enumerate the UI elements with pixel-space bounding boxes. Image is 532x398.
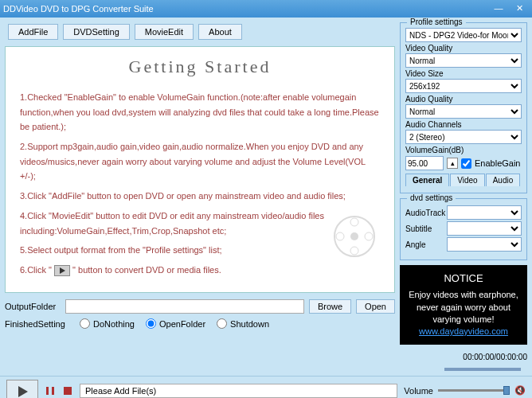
inline-play-icon [54, 265, 70, 276]
volumegain-input[interactable] [405, 156, 444, 170]
status-text: Please Add File(s) [80, 384, 397, 398]
svg-point-3 [350, 247, 358, 255]
profile-select[interactable]: NDS - DPG2 Video-for Moonshell 1 [405, 28, 522, 42]
step-3: 3.Click "AddFile" button to open DVD or … [20, 189, 380, 204]
content-heading: Getting Started [20, 57, 380, 77]
movieedit-button[interactable]: MovieEdit [135, 24, 194, 40]
openfolder-radio[interactable] [146, 318, 156, 329]
angle-select[interactable] [447, 237, 522, 252]
volumegain-label: VolumeGain(dB) [405, 146, 522, 154]
film-reel-icon [331, 213, 378, 260]
dvdsetting-button[interactable]: DVDSetting [63, 24, 129, 40]
outputfolder-input[interactable] [65, 299, 304, 314]
profile-legend: Profile settings [407, 18, 466, 26]
pause-button[interactable] [45, 385, 56, 396]
donothing-radio[interactable] [80, 318, 90, 329]
step-1: 1.Checked "EnableGain" to enable VolumeG… [20, 90, 380, 135]
step-5: 5.Select output format from the "Profile… [20, 243, 380, 258]
video-quality-select[interactable]: Normal [405, 53, 522, 68]
about-button[interactable]: About [198, 24, 242, 40]
notice-body: Enjoy videos with earphone, never again … [405, 289, 522, 326]
svg-point-1 [350, 232, 358, 240]
svg-point-2 [350, 218, 358, 226]
subtitle-label: Subtitle [405, 224, 444, 233]
stop-button[interactable] [62, 385, 73, 396]
browse-button[interactable]: Browe [309, 299, 351, 314]
audio-channels-select[interactable]: 2 (Stereo) [405, 130, 522, 144]
svg-rect-8 [64, 387, 72, 395]
outputfolder-label: OutputFolder [5, 302, 61, 311]
volume-slider[interactable] [438, 389, 510, 392]
play-button[interactable] [6, 380, 38, 398]
finishedsetting-label: FinishedSetting [5, 319, 68, 329]
dvd-legend: dvd settings [407, 193, 456, 202]
step-2: 2.Support mp3gain,audio gain,video gain,… [20, 139, 380, 184]
video-size-select[interactable]: 256x192 [405, 79, 522, 93]
svg-rect-6 [46, 387, 49, 395]
subtitle-select[interactable] [447, 221, 522, 236]
audiotrack-label: AudioTrack [405, 209, 444, 217]
timer-display: 00:00:00/00:00:00 [400, 353, 527, 361]
tab-general[interactable]: General [405, 174, 449, 186]
svg-point-4 [336, 232, 344, 240]
volume-label: Volume [404, 386, 433, 396]
svg-point-5 [365, 232, 373, 240]
addfile-button[interactable]: AddFile [8, 24, 58, 40]
content-panel: Getting Started 1.Checked "EnableGain" t… [5, 46, 395, 293]
close-button[interactable]: ✕ [510, 2, 529, 15]
step-6: 6.Click " " button to convert DVD or med… [20, 263, 380, 278]
window-title: DDVideo DVD to DPG Converter Suite [3, 4, 487, 14]
audiotrack-select[interactable] [447, 205, 522, 220]
video-quality-label: Video Quality [405, 44, 522, 53]
audio-quality-label: Audio Quality [405, 95, 522, 103]
svg-rect-7 [52, 387, 54, 395]
open-button[interactable]: Open [356, 299, 395, 314]
angle-label: Angle [405, 240, 444, 249]
tab-audio[interactable]: Audio [486, 174, 521, 186]
notice-panel: NOTICE Enjoy videos with earphone, never… [400, 265, 527, 345]
notice-link[interactable]: www.daydayvideo.com [405, 326, 522, 338]
volumegain-stepper[interactable]: ▴ [447, 158, 458, 169]
mute-icon[interactable]: 🔇 [514, 385, 526, 396]
playback-progress[interactable] [444, 368, 521, 371]
shutdown-radio[interactable] [217, 318, 227, 329]
step-4: 4.Click "MovieEdit" button to edit DVD o… [20, 209, 380, 238]
notice-title: NOTICE [405, 271, 522, 286]
enablegain-checkbox[interactable] [461, 158, 471, 169]
video-size-label: Video Size [405, 69, 522, 78]
tab-video[interactable]: Video [450, 174, 484, 186]
minimize-button[interactable]: — [489, 2, 508, 15]
audio-quality-select[interactable]: Normal [405, 104, 522, 119]
audio-channels-label: Audio Channels [405, 120, 522, 129]
